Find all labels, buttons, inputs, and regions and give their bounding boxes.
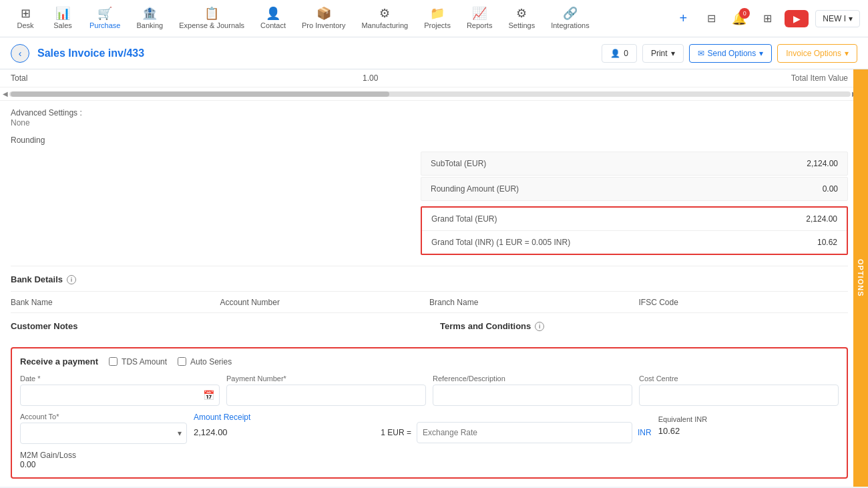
auto-series-label: Auto Series (190, 357, 232, 367)
nav-sales[interactable]: 📊 Sales (45, 5, 80, 32)
nav-expense[interactable]: 📋 Expense & Journals (172, 5, 251, 32)
advanced-settings-label: Advanced Settings : (11, 108, 82, 117)
account-to-select[interactable] (20, 423, 187, 444)
back-button[interactable]: ‹ (11, 44, 29, 63)
date-input[interactable] (20, 385, 220, 406)
subtotal-label: SubTotal (EUR) (431, 159, 807, 168)
payment-number-input[interactable] (226, 385, 426, 406)
cost-centre-input[interactable] (639, 385, 839, 406)
advanced-settings-section: Advanced Settings : None (0, 101, 868, 133)
new-button[interactable]: NEW I ▾ (815, 10, 860, 27)
send-options-button[interactable]: ✉ Send Options ▾ (689, 44, 773, 63)
nav-contact[interactable]: 👤 Contact (254, 5, 292, 32)
back-icon: ‹ (19, 48, 22, 59)
nav-desk[interactable]: ⊞ Desk (8, 5, 43, 32)
equivalent-inr-field: Equivalent INR 10.62 (658, 413, 839, 436)
scroll-track[interactable] (9, 91, 851, 97)
bank-details-label: Bank Details (11, 274, 63, 284)
grand-total-inr-row: Grand Total (INR) (1 EUR = 0.005 INR) 10… (422, 231, 847, 254)
bank-name-label: Bank Name (11, 298, 53, 307)
exchange-rate-field: 1 EUR = INR (381, 413, 651, 443)
amount-receipt-link[interactable]: Amount Receipt (194, 413, 374, 422)
tds-checkbox-group: TDS Amount (109, 357, 167, 367)
nav-manufacturing[interactable]: ⚙ Manufacturing (355, 5, 415, 32)
bank-name-col: Bank Name (11, 297, 220, 307)
page-header: ‹ Sales Invoice inv/433 👤 0 Print ▾ ✉ Se… (0, 37, 868, 69)
scroll-left-arrow[interactable]: ◀ (3, 90, 8, 97)
equivalent-inr-value: 10.62 (658, 426, 839, 436)
nav-projects-label: Projects (424, 21, 451, 29)
nav-reports[interactable]: 📈 Reports (460, 5, 499, 32)
invoice-options-chevron-icon: ▾ (845, 49, 849, 58)
cost-centre-field: Cost Centre (639, 375, 839, 406)
terms-info-icon[interactable]: i (535, 322, 544, 331)
nav-pro-inventory[interactable]: 📦 Pro Inventory (295, 5, 352, 32)
rounding-label: Rounding (11, 136, 848, 145)
apps-button[interactable]: ⊞ (756, 8, 778, 29)
nav-settings[interactable]: ⚙ Settings (501, 5, 541, 32)
print-label: Print (651, 49, 668, 58)
grand-total-inr-value: 10.62 (817, 238, 837, 247)
email-icon: ✉ (698, 49, 704, 58)
grid-button[interactable]: ⊟ (700, 8, 722, 29)
account-to-field: Account To* (20, 413, 187, 444)
nav-purchase-label: Purchase (89, 21, 120, 29)
print-button[interactable]: Print ▾ (642, 44, 684, 63)
upload-icon: 👤 (610, 49, 620, 58)
invoice-options-button[interactable]: Invoice Options ▾ (777, 44, 857, 63)
m2m-label: M2M Gain/Loss (20, 451, 839, 460)
expense-icon: 📋 (204, 7, 219, 19)
options-sidebar[interactable]: OPTIONS (853, 69, 868, 487)
account-to-select-wrapper (20, 423, 187, 444)
nav-banking[interactable]: 🏦 Banking (130, 5, 170, 32)
equivalent-inr-label: Equivalent INR (658, 415, 839, 423)
contact-icon: 👤 (266, 7, 280, 19)
ifsc-code-label: IFSC Code (639, 298, 678, 307)
rounding-amount-value: 0.00 (823, 184, 838, 194)
grand-total-section: Grand Total (EUR) 2,124.00 Grand Total (… (0, 206, 868, 266)
eur-label: 1 EUR = (381, 428, 411, 437)
youtube-button[interactable]: ▶ (785, 10, 809, 27)
notification-button[interactable]: 🔔 0 (728, 8, 750, 29)
exchange-rate-input[interactable] (417, 422, 632, 443)
upload-button[interactable]: 👤 0 (602, 44, 637, 63)
nav-banking-label: Banking (136, 21, 163, 29)
send-options-chevron-icon: ▾ (759, 49, 763, 58)
nav-contact-label: Contact (260, 21, 286, 29)
nav-projects[interactable]: 📁 Projects (417, 5, 457, 32)
reference-input[interactable] (433, 385, 632, 406)
nav-reports-label: Reports (467, 21, 493, 29)
grand-total-eur-value: 2,124.00 (806, 214, 837, 224)
sales-icon: 📊 (55, 7, 70, 19)
header-actions: 👤 0 Print ▾ ✉ Send Options ▾ Invoice Opt… (602, 44, 857, 63)
grand-total-inr-label: Grand Total (INR) (1 EUR = 0.005 INR) (431, 238, 817, 247)
payment-number-label: Payment Number* (226, 375, 426, 383)
nav-purchase[interactable]: 🛒 Purchase (83, 5, 127, 32)
inr-link[interactable]: INR (638, 428, 652, 437)
ifsc-code-col: IFSC Code (639, 297, 849, 307)
nav-sales-label: Sales (53, 21, 72, 29)
top-navigation: ⊞ Desk 📊 Sales 🛒 Purchase 🏦 Banking 📋 Ex… (0, 0, 868, 37)
rounding-amount-label: Rounding Amount (EUR) (431, 184, 823, 194)
rounding-row: Rounding (0, 133, 868, 152)
customer-notes-label: Customer Notes (11, 321, 77, 331)
nav-integrations[interactable]: 🔗 Integrations (544, 5, 596, 32)
bank-details-info-icon[interactable]: i (67, 275, 76, 284)
reports-icon: 📈 (472, 7, 487, 19)
notification-badge: 0 (739, 8, 750, 19)
customer-notes: Customer Notes (11, 321, 419, 331)
nav-settings-label: Settings (508, 21, 535, 29)
bank-details-title: Bank Details i (11, 274, 848, 284)
cost-centre-label: Cost Centre (639, 375, 839, 383)
notes-terms-section: Customer Notes Terms and Conditions i (0, 313, 868, 339)
manufacturing-icon: ⚙ (379, 7, 390, 19)
date-label: Date * (20, 375, 220, 383)
new-label: NEW I (823, 14, 846, 23)
rounding-amount-row: Rounding Amount (EUR) 0.00 (421, 177, 848, 201)
add-button[interactable]: + (672, 8, 694, 29)
date-input-wrapper: 📅 (20, 385, 220, 406)
rounding-amount-section: Rounding Amount (EUR) 0.00 (0, 177, 868, 206)
horizontal-scrollbar[interactable]: ◀ ▶ (0, 87, 868, 101)
tds-checkbox[interactable] (109, 357, 118, 366)
auto-series-checkbox[interactable] (178, 357, 186, 366)
